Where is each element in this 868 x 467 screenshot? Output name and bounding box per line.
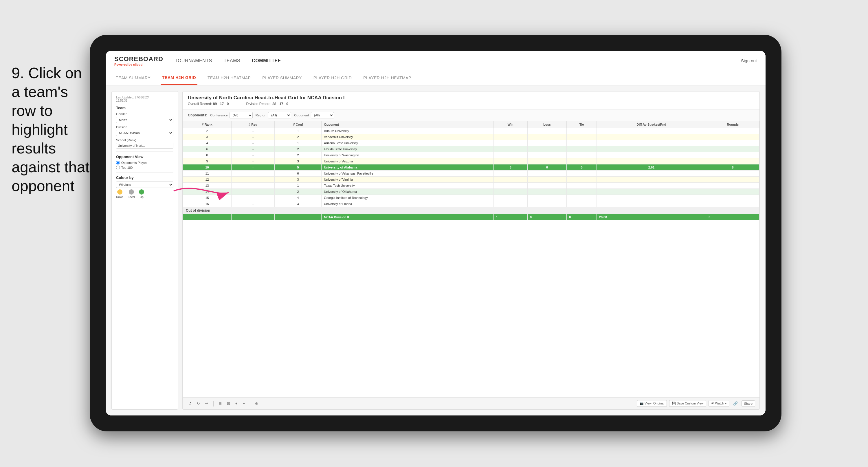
legend-up-icon: [139, 189, 144, 195]
tablet-screen: SCOREBOARD Powered by clippd TOURNAMENTS…: [106, 51, 766, 415]
colour-by-title: Colour by: [116, 175, 174, 180]
opponent-view-title: Opponent View: [116, 155, 174, 159]
logo-powered: Powered by clippd: [114, 63, 163, 66]
legend-level-icon: [129, 189, 134, 195]
opponent-filter-label: Opponent: [294, 114, 309, 117]
data-panel-header: University of North Carolina Head-to-Hea…: [183, 91, 760, 110]
redo-icon[interactable]: ↻: [195, 401, 202, 407]
legend-down: Down: [116, 189, 124, 199]
data-panel: University of North Carolina Head-to-Hea…: [182, 91, 760, 410]
col-rank: # Rank: [183, 121, 231, 128]
school-input[interactable]: [116, 143, 174, 148]
bottom-toolbar: ↺ ↻ ↩ ⊞ ⊟ + − ⊙ 📷 View: Original 💾 Save …: [183, 397, 760, 409]
subnav-team-h2h-heatmap[interactable]: TEAM H2H HEATMAP: [206, 71, 252, 85]
table-row[interactable]: 11-6University of Arkansas, Fayetteville: [183, 171, 760, 177]
grid-icon[interactable]: ⊞: [217, 401, 223, 407]
region-filter-select[interactable]: (All): [268, 112, 291, 118]
nav-teams[interactable]: TEAMS: [224, 57, 241, 65]
col-loss: Loss: [527, 121, 566, 128]
gender-select[interactable]: Men's: [116, 117, 174, 123]
opponent-filter-select[interactable]: (All): [311, 112, 334, 118]
overall-record-label: Overall Record: 89 - 17 - 0: [188, 102, 229, 106]
table-wrapper: # Rank # Reg # Conf Opponent Win Loss Ti…: [183, 121, 760, 397]
gender-label: Gender: [116, 112, 174, 116]
conference-filter-select[interactable]: (All): [229, 112, 253, 118]
back-icon[interactable]: ↩: [204, 401, 210, 407]
sign-out-link[interactable]: Sign out: [741, 58, 757, 63]
table-row[interactable]: 4-1Arizona State University: [183, 140, 760, 146]
sidebar-panel: Last Updated: 27/03/2024 16:55:38 Team G…: [112, 91, 178, 410]
top-nav: SCOREBOARD Powered by clippd TOURNAMENTS…: [106, 51, 766, 71]
nav-committee[interactable]: COMMITTEE: [252, 57, 281, 65]
col-reg: # Reg: [231, 121, 275, 128]
subnav-player-h2h-heatmap[interactable]: PLAYER H2H HEATMAP: [362, 71, 413, 85]
out-of-division-row[interactable]: NCAA Division II10026.003: [183, 214, 760, 220]
record-row: Overall Record: 89 - 17 - 0 Division Rec…: [188, 102, 754, 106]
colour-by-select[interactable]: Win/loss: [116, 181, 174, 188]
tablet-frame: SCOREBOARD Powered by clippd TOURNAMENTS…: [90, 35, 781, 431]
radio-top100[interactable]: Top 100: [116, 166, 174, 169]
toolbar-sep1: [213, 401, 214, 407]
undo-icon[interactable]: ↺: [187, 401, 193, 407]
opponent-filter-group: Opponent (All): [294, 112, 334, 118]
table-body: 2-1Auburn University3-2Vanderbilt Univer…: [183, 128, 760, 220]
table-row[interactable]: 15-4Georgia Institute of Technology: [183, 195, 760, 201]
col-rounds: Rounds: [706, 121, 760, 128]
col-tie: Tie: [567, 121, 597, 128]
opponents-filter-label: Opponents:: [188, 113, 207, 117]
conference-filter-label: Conference: [210, 114, 228, 117]
subnav-player-h2h-grid[interactable]: PLAYER H2H GRID: [312, 71, 353, 85]
region-filter-group: Region (All): [255, 112, 291, 118]
subnav-team-summary[interactable]: TEAM SUMMARY: [114, 71, 152, 85]
last-updated: Last Updated: 27/03/2024 16:55:38: [116, 96, 174, 102]
logo-scoreboard: SCOREBOARD: [114, 55, 163, 63]
data-panel-title: University of North Carolina Head-to-Hea…: [188, 95, 754, 101]
table-row[interactable]: 12-3University of Virginia: [183, 177, 760, 183]
table-row[interactable]: 10-5University of Alabama3002.618: [183, 165, 760, 171]
table-row[interactable]: 8-2University of Washington: [183, 152, 760, 158]
subnav-player-summary[interactable]: PLAYER SUMMARY: [261, 71, 303, 85]
instruction-text: 9. Click on a team's row to highlight re…: [11, 64, 93, 196]
logo-area: SCOREBOARD Powered by clippd: [114, 55, 163, 66]
col-diff: Diff Av Strokes/Rnd: [596, 121, 706, 128]
share-icon-btn[interactable]: 🔗: [732, 401, 739, 407]
table-row[interactable]: 14-2University of Oklahoma: [183, 189, 760, 195]
legend-down-icon: [117, 189, 122, 195]
table-row[interactable]: 3-2Vanderbilt University: [183, 134, 760, 140]
region-filter-label: Region: [255, 114, 266, 117]
division-label: Division: [116, 125, 174, 129]
toolbar-sep2: [250, 401, 250, 407]
out-of-division-header: Out of division: [183, 207, 760, 214]
watch-btn[interactable]: 👁 Watch ▾: [709, 400, 730, 407]
school-label: School (Rank): [116, 138, 174, 142]
view-original-btn[interactable]: 📷 View: Original: [637, 400, 667, 407]
h2h-table: # Rank # Reg # Conf Opponent Win Loss Ti…: [183, 121, 760, 220]
table-row[interactable]: 6-2Florida State University: [183, 146, 760, 152]
division-record-label: Division Record: 88 - 17 - 0: [246, 102, 288, 106]
sub-nav: TEAM SUMMARY TEAM H2H GRID TEAM H2H HEAT…: [106, 71, 766, 85]
radio-opponents-played[interactable]: Opponents Played: [116, 161, 174, 165]
clock-icon: ⊙: [253, 401, 259, 407]
table-header-row: # Rank # Reg # Conf Opponent Win Loss Ti…: [183, 121, 760, 128]
table-row[interactable]: 9-3University of Arizona: [183, 158, 760, 165]
nav-tournaments[interactable]: TOURNAMENTS: [175, 57, 212, 65]
division-select[interactable]: NCAA Division I: [116, 130, 174, 136]
conference-filter-group: Conference (All): [210, 112, 253, 118]
opponent-view-group: Opponents Played Top 100: [116, 161, 174, 169]
table-row[interactable]: 16-3University of Florida: [183, 201, 760, 207]
legend: Down Level Up: [116, 189, 174, 199]
team-section-title: Team: [116, 106, 174, 110]
zoom-icon[interactable]: −: [241, 401, 247, 407]
filter-row: Opponents: Conference (All) Region (All): [183, 110, 760, 121]
share-btn[interactable]: Share: [742, 401, 755, 407]
col-win: Win: [494, 121, 527, 128]
subnav-team-h2h-grid[interactable]: TEAM H2H GRID: [161, 71, 197, 85]
table-row[interactable]: 2-1Auburn University: [183, 128, 760, 134]
minus-grid-icon[interactable]: ⊟: [225, 401, 231, 407]
nav-links: TOURNAMENTS TEAMS COMMITTEE: [175, 57, 741, 65]
table-row[interactable]: 13-1Texas Tech University: [183, 183, 760, 189]
legend-up: Up: [139, 189, 144, 199]
main-content: Last Updated: 27/03/2024 16:55:38 Team G…: [106, 85, 766, 415]
save-custom-view-btn[interactable]: 💾 Save Custom View: [669, 400, 706, 407]
plus-icon[interactable]: +: [234, 401, 239, 407]
